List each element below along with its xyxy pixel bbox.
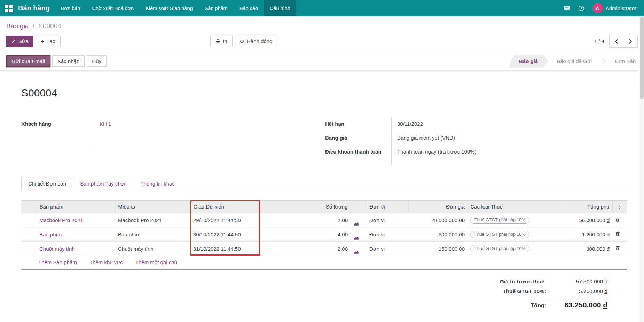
expiration-label: Hết hạn bbox=[325, 117, 391, 131]
column-header-subtotal[interactable]: Tổng phụ bbox=[564, 201, 612, 213]
qty-cell[interactable]: 4,00 bbox=[260, 227, 351, 242]
plus-icon: + bbox=[41, 38, 44, 44]
currency-symbol: đ bbox=[604, 278, 607, 284]
description-cell[interactable]: Bàn phím bbox=[115, 227, 190, 242]
status-step-quotation[interactable]: Báo giá bbox=[509, 55, 548, 68]
description-cell[interactable]: Chuột máy tính bbox=[115, 242, 190, 256]
column-header-qty[interactable]: Số lượng bbox=[260, 201, 351, 213]
untaxed-amount-label: Giá trị trước thuế: bbox=[500, 278, 546, 285]
pricelist-label: Bảng giá bbox=[325, 131, 391, 145]
row-handle[interactable] bbox=[21, 242, 37, 256]
pager-next-button[interactable] bbox=[623, 35, 638, 48]
delete-row-icon[interactable] bbox=[615, 245, 620, 251]
forecast-chart-icon[interactable] bbox=[353, 235, 364, 240]
nav-item-don-ban[interactable]: Đơn bán bbox=[55, 0, 86, 16]
delivery-cell[interactable]: 29/10/2022 11:44:50 bbox=[190, 213, 260, 227]
optional-columns-kebab-icon[interactable]: ⋮ bbox=[612, 201, 627, 213]
qty-cell[interactable]: 2,00 bbox=[260, 242, 351, 256]
column-header-uom[interactable]: Đơn vị bbox=[367, 201, 408, 213]
customer-value[interactable]: KH 1 bbox=[94, 117, 324, 152]
column-header-qty-icon bbox=[351, 201, 367, 213]
nav-item-bao-cao[interactable]: Báo cáo bbox=[234, 0, 264, 16]
delete-row-icon[interactable] bbox=[615, 231, 620, 237]
column-header-price[interactable]: Đơn giá bbox=[408, 201, 468, 213]
cancel-button[interactable]: Hủy bbox=[87, 55, 107, 67]
uom-cell[interactable]: Đơn vị bbox=[367, 242, 408, 256]
qty-cell[interactable]: 2,00 bbox=[260, 213, 351, 227]
subtotal-cell: 300.000 đ bbox=[564, 242, 612, 256]
currency-symbol: đ bbox=[603, 301, 607, 309]
forecast-chart-icon[interactable] bbox=[353, 221, 364, 226]
row-handle[interactable] bbox=[21, 213, 37, 227]
send-by-email-button[interactable]: Gửi qua Email bbox=[6, 55, 50, 67]
add-note-link[interactable]: Thêm một ghi chú bbox=[135, 259, 177, 265]
delete-row-icon[interactable] bbox=[615, 217, 620, 222]
step-chevron-icon bbox=[601, 58, 606, 63]
apps-grid-icon[interactable] bbox=[5, 5, 13, 12]
order-lines-table: Sản phẩm Miêu tả Giao Dự kiến Số lượng Đ… bbox=[21, 200, 627, 256]
breadcrumb-current: S00004 bbox=[38, 22, 61, 30]
uom-cell[interactable]: Đơn vị bbox=[367, 227, 408, 242]
pricelist-value[interactable]: Bảng giá niêm yết (VND) bbox=[391, 131, 520, 145]
nav-item-kiem-soat-giao-hang[interactable]: Kiểm soát Giao hàng bbox=[140, 0, 198, 16]
row-handle[interactable] bbox=[21, 227, 37, 242]
price-cell[interactable]: 150.000,00 bbox=[408, 242, 468, 256]
scrollbar-thumb[interactable] bbox=[640, 17, 644, 99]
pager-previous-button[interactable] bbox=[609, 35, 623, 48]
column-header-taxes[interactable]: Các loại Thuế bbox=[468, 201, 564, 213]
status-step-sales-order[interactable]: Đơn Bán bbox=[606, 55, 639, 68]
product-cell[interactable]: Macbook Pro 2021 bbox=[39, 217, 83, 223]
product-cell[interactable]: Chuột máy tính bbox=[39, 246, 75, 252]
top-navbar: Bán hàng Đơn bán Chờ xuất Hoá đơn Kiểm s… bbox=[0, 0, 644, 16]
tax-badge[interactable]: Thuế GTGT phải nộp 10% bbox=[470, 231, 529, 238]
column-header-product[interactable]: Sản phẩm bbox=[37, 201, 115, 213]
price-cell[interactable]: 28.000.000,00 bbox=[408, 213, 468, 227]
activities-clock-icon[interactable] bbox=[578, 5, 585, 12]
table-row[interactable]: Macbook Pro 2021 Macbook Pro 2021 29/10/… bbox=[21, 213, 627, 227]
chevron-right-icon bbox=[628, 39, 633, 44]
form-sheet: S00004 Khách hàng KH 1 Hết hạn 30/11/202… bbox=[0, 87, 644, 311]
expiration-value[interactable]: 30/11/2022 bbox=[391, 117, 520, 131]
nav-item-cau-hinh[interactable]: Cấu hình bbox=[264, 0, 296, 16]
subtotal-cell: 56.000.000 đ bbox=[564, 213, 612, 227]
breadcrumb-parent[interactable]: Báo giá bbox=[6, 22, 29, 30]
tax-amount-label: Thuế GTGT 10%: bbox=[503, 288, 546, 294]
messages-icon[interactable] bbox=[563, 5, 570, 12]
nav-item-cho-xuat-hoa-don[interactable]: Chờ xuất Hoá đơn bbox=[86, 0, 140, 16]
totals-block: Giá trị trước thuế: 57.500.000 đ Thuế GT… bbox=[458, 277, 607, 311]
add-product-link[interactable]: Thêm Sản phẩm bbox=[38, 259, 77, 265]
vertical-scrollbar[interactable] bbox=[639, 16, 644, 322]
currency-symbol: đ bbox=[607, 231, 610, 237]
action-button[interactable]: ⚙ Hành động bbox=[235, 36, 278, 47]
status-step-quotation-sent[interactable]: Báo giá đã Gửi bbox=[548, 55, 600, 68]
tax-badge[interactable]: Thuế GTGT phải nộp 10% bbox=[470, 245, 529, 252]
tax-badge[interactable]: Thuế GTGT phải nộp 10% bbox=[470, 217, 529, 224]
description-cell[interactable]: Macbook Pro 2021 bbox=[115, 213, 190, 227]
app-name[interactable]: Bán hàng bbox=[16, 4, 55, 12]
add-section-link[interactable]: Thêm khu vực bbox=[89, 259, 123, 265]
confirm-button[interactable]: Xác nhận bbox=[52, 55, 85, 67]
untaxed-amount-value: 57.500.000 đ bbox=[546, 278, 607, 285]
delivery-cell[interactable]: 31/10/2022 11:44:50 bbox=[190, 242, 260, 256]
nav-item-san-pham[interactable]: Sản phẩm bbox=[199, 0, 234, 16]
delivery-cell[interactable]: 30/10/2022 11:44:50 bbox=[190, 227, 260, 242]
tab-other-info[interactable]: Thông tin khác bbox=[133, 176, 181, 191]
column-header-description[interactable]: Miêu tả bbox=[115, 201, 190, 213]
create-button[interactable]: + Tạo bbox=[36, 36, 61, 47]
column-header-delivery[interactable]: Giao Dự kiến bbox=[190, 201, 260, 213]
user-menu[interactable]: A Administrator bbox=[592, 3, 636, 13]
currency-symbol: đ bbox=[607, 246, 610, 252]
payment-terms-value[interactable]: Thanh toán ngay (trả trước 100%) bbox=[391, 145, 520, 166]
product-cell[interactable]: Bàn phím bbox=[39, 231, 62, 237]
notebook-tabs: Chi tiết Đơn bán Sản phẩm Tuỳ chọn Thông… bbox=[21, 176, 628, 191]
edit-button[interactable]: Sửa bbox=[6, 36, 33, 47]
forecast-chart-icon[interactable] bbox=[353, 249, 364, 254]
tab-order-lines[interactable]: Chi tiết Đơn bán bbox=[21, 176, 73, 191]
status-bar: Gửi qua Email Xác nhận Hủy Báo giá Báo g… bbox=[0, 53, 644, 71]
table-row[interactable]: Bàn phím Bàn phím 30/10/2022 11:44:50 4,… bbox=[21, 227, 627, 242]
tab-optional-products[interactable]: Sản phẩm Tuỳ chọn bbox=[73, 176, 133, 191]
uom-cell[interactable]: Đơn vị bbox=[367, 213, 408, 227]
print-button[interactable]: In bbox=[210, 36, 233, 47]
table-row[interactable]: Chuột máy tính Chuột máy tính 31/10/2022… bbox=[21, 242, 627, 256]
price-cell[interactable]: 300.000,00 bbox=[408, 227, 468, 242]
